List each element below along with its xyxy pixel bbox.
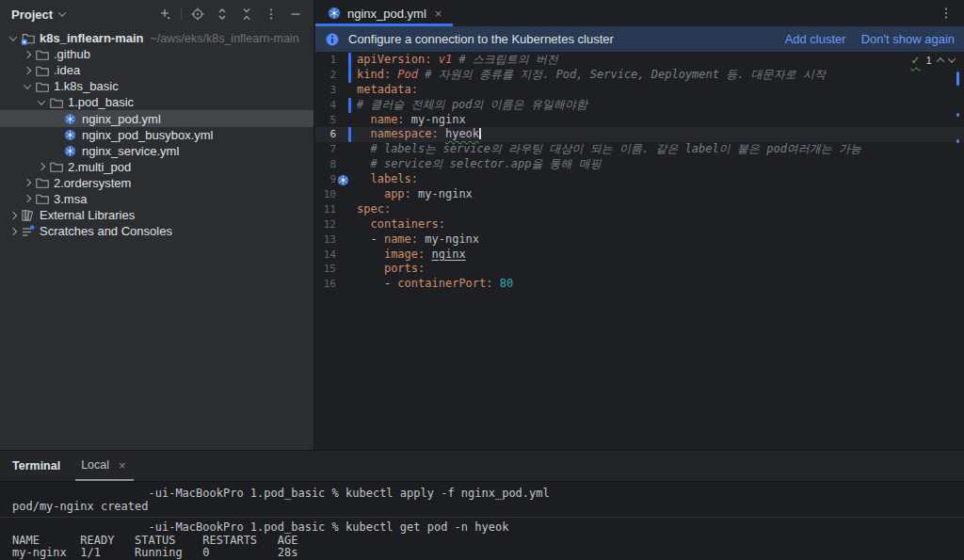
project-panel-header: Project [0, 0, 313, 28]
tree-item-1-pod-basic[interactable]: 1.pod_basic [0, 94, 313, 110]
add-cluster-link[interactable]: Add cluster [785, 32, 846, 46]
terminal-tab-label: Local [81, 458, 109, 472]
chevron-down-icon[interactable] [37, 97, 44, 104]
code-line-14[interactable]: 14 image: nginx [315, 248, 964, 263]
tree-item-label: 1.pod_basic [68, 95, 134, 109]
kubernetes-gutter-icon[interactable] [336, 172, 349, 187]
chevron-right-icon[interactable] [37, 163, 44, 170]
collapse-all-icon[interactable] [236, 4, 257, 24]
code-line-4[interactable]: 4# 클러슽 전체의 pod의 이름은 유일해야함 [315, 98, 964, 113]
chevron-right-icon[interactable] [23, 50, 30, 57]
editor-tab-bar: nginx_pod.yml × [315, 0, 964, 26]
tree-item-label: .github [54, 47, 90, 61]
chevron-down-icon[interactable] [23, 81, 30, 88]
code-editor[interactable]: 1apiVersion: v1 # 스크립트의 버전2kind: Pod # 자… [315, 52, 964, 450]
folder-icon [48, 95, 64, 110]
tree-item-label: k8s_inflearn-main [40, 31, 144, 45]
chevron-right-icon[interactable] [23, 66, 30, 73]
tree-item-external-libraries[interactable]: External Libraries [0, 207, 313, 223]
code-line-12[interactable]: 12 containers: [315, 217, 964, 232]
folder-icon [34, 79, 50, 94]
code-line-9[interactable]: 9 labels: [315, 172, 964, 187]
code-line-13[interactable]: 13 - name: my-nginx [315, 232, 964, 248]
kubernetes-file-icon [328, 7, 341, 20]
tree-item-1-k8s-basic[interactable]: 1.k8s_basic [0, 78, 313, 94]
chevron-right-icon[interactable] [23, 195, 30, 202]
code-line-11[interactable]: 11spec: [315, 202, 964, 217]
close-terminal-tab-icon[interactable]: × [117, 458, 128, 472]
terminal-panel: Terminal Local × -ui-MacBookPro 1.pod_ba… [0, 450, 964, 560]
code-line-5[interactable]: 5 name: my-nginx [315, 113, 964, 128]
code-text: apiVersion: v1 # 스크립트의 버전 [357, 53, 558, 68]
code-text: - containerPort: 80 [357, 277, 513, 292]
banner-message: Configure a connection to the Kubernetes… [348, 32, 614, 46]
hide-panel-icon[interactable] [285, 4, 306, 24]
tree-item-3-msa[interactable]: 3.msa [0, 191, 313, 207]
tree-item-label: .idea [54, 63, 80, 77]
tab-nginx-pod-yml[interactable]: nginx_pod.yml × [315, 0, 453, 26]
tree-item-2-ordersystem[interactable]: 2.ordersystem [0, 175, 313, 191]
dont-show-again-link[interactable]: Don't show again [861, 32, 955, 46]
next-problem-icon[interactable] [948, 55, 956, 62]
line-number: 7 [315, 142, 336, 157]
tree-item-label: Scratches and Consoles [40, 224, 172, 238]
tree-item-label: 3.msa [54, 192, 87, 206]
text-cursor [479, 128, 481, 139]
line-number: 2 [315, 68, 336, 83]
chevron-right-icon[interactable] [8, 211, 16, 218]
chevron-down-icon[interactable] [8, 33, 16, 40]
tree-item-2-multi-pod[interactable]: 2.multi_pod [0, 159, 313, 175]
gutter [336, 127, 349, 142]
chevron-down-icon [58, 8, 66, 16]
terminal-tab-local[interactable]: Local × [75, 451, 133, 481]
inspection-widget[interactable]: ✓ 1 [911, 54, 955, 67]
tab-title: nginx_pod.yml [347, 7, 426, 21]
k8s-icon [62, 111, 78, 126]
folder-icon [48, 159, 64, 174]
tree-item-nginx-pod-busybox-yml[interactable]: nginx_pod_busybox.yml [0, 127, 313, 143]
terminal-block[interactable]: -ui-MacBookPro 1.pod_basic % kubectl app… [12, 488, 964, 513]
k8s-icon [62, 127, 78, 142]
gutter [336, 68, 349, 83]
lib-icon [20, 208, 36, 223]
scrollbar-change-mark [956, 72, 959, 86]
code-line-15[interactable]: 15 ports: [315, 262, 964, 277]
tree-item-k8s-inflearn-main[interactable]: k8s_inflearn-main~/aws/eks/k8s_inflearn-… [0, 30, 313, 46]
code-line-2[interactable]: 2kind: Pod # 자원의 종류를 지정. Pod, Service, D… [315, 68, 964, 83]
editor-more-icon[interactable] [936, 3, 956, 24]
terminal-block[interactable]: -ui-MacBookPro 1.pod_basic % kubectl get… [12, 521, 964, 560]
tree-item-label: nginx_pod.yml [82, 112, 161, 126]
add-icon[interactable] [154, 4, 175, 24]
more-options-icon[interactable] [261, 4, 281, 24]
locate-file-icon[interactable] [187, 4, 208, 24]
code-line-10[interactable]: 10 app: my-nginx [315, 187, 964, 202]
tree-item-github[interactable]: .github [0, 46, 313, 62]
chevron-right-icon[interactable] [8, 227, 16, 234]
code-line-3[interactable]: 3metadata: [315, 83, 964, 98]
terminal-tab-bar: Terminal Local × [0, 450, 964, 482]
tree-item-label: 2.multi_pod [68, 160, 131, 174]
expand-all-icon[interactable] [212, 4, 233, 24]
terminal-output[interactable]: -ui-MacBookPro 1.pod_basic % kubectl app… [0, 482, 964, 560]
code-line-16[interactable]: 16 - containerPort: 80 [315, 277, 964, 292]
code-line-6[interactable]: 6 namespace: hyeok [315, 127, 964, 142]
prev-problem-icon[interactable] [937, 57, 944, 65]
tree-item-nginx-pod-yml[interactable]: nginx_pod.yml [0, 110, 313, 126]
code-text: spec: [357, 202, 391, 217]
project-dropdown[interactable]: Project [11, 8, 65, 22]
code-line-8[interactable]: 8 # service의 selector.app을 통해 매핑 [315, 157, 964, 172]
code-line-1[interactable]: 1apiVersion: v1 # 스크립트의 버전 [315, 53, 964, 68]
gutter [336, 142, 349, 157]
code-line-7[interactable]: 7 # labels는 service의 라우팅 대상이 되는 이름. 같은 l… [315, 142, 964, 157]
tree-item-idea[interactable]: .idea [0, 62, 313, 78]
line-number: 8 [315, 157, 336, 172]
close-tab-icon[interactable]: × [433, 7, 444, 21]
code-text: metadata: [357, 83, 418, 98]
tree-item-nginx-service-yml[interactable]: nginx_service.yml [0, 143, 313, 159]
tree-item-scratches-and-consoles[interactable]: Scratches and Consoles [0, 223, 313, 239]
line-number: 13 [315, 232, 336, 248]
code-text: # labels는 service의 라우팅 대상이 되는 이름. 같은 lab… [357, 142, 861, 157]
inspection-count: 1 [926, 55, 932, 66]
line-number: 10 [315, 187, 336, 202]
chevron-right-icon[interactable] [23, 179, 30, 186]
